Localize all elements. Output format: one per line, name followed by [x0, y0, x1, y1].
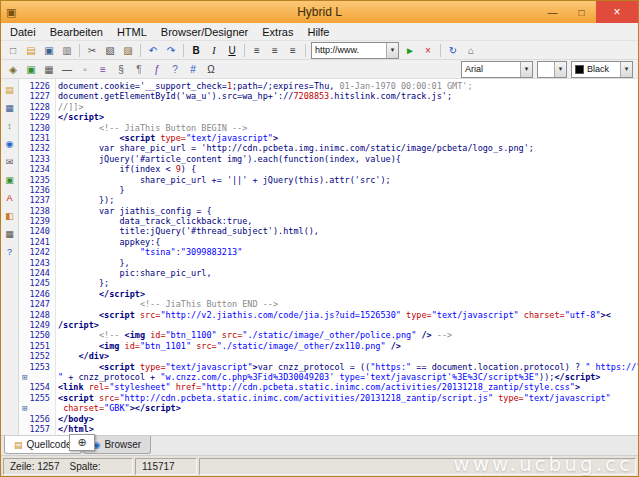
code-line[interactable]: </script> [58, 112, 638, 122]
code-line[interactable]: var jiathis_config = { [58, 206, 638, 216]
line-number: 1246 [19, 289, 55, 299]
code-line[interactable]: </html> [58, 424, 638, 434]
stop-button[interactable]: × [419, 42, 437, 59]
script-icon[interactable]: ƒ [148, 61, 166, 78]
color-picker-icon[interactable]: ◧ [2, 208, 18, 223]
refresh-icon[interactable]: ↻ [444, 42, 462, 59]
code-line[interactable]: } [58, 185, 638, 195]
form-icon[interactable]: ▫ [76, 61, 94, 78]
table-insert-icon[interactable]: ▦ [2, 226, 18, 241]
code-line[interactable]: var share_pic_url = 'http://cdn.pcbeta.i… [58, 143, 638, 153]
project-panel-icon[interactable]: ▤ [2, 82, 18, 97]
chevron-down-icon[interactable]: ▾ [620, 62, 632, 77]
print-icon[interactable]: ▥ [58, 42, 76, 59]
chevron-down-icon[interactable]: ▾ [554, 62, 566, 77]
undo-icon[interactable]: ↶ [144, 42, 162, 59]
code-line[interactable]: <script src="http://v2.jiathis.com/code/… [58, 310, 638, 320]
code-line[interactable]: }); [58, 195, 638, 205]
php-icon[interactable]: ? [166, 61, 184, 78]
code-line[interactable]: share_pic_url += '||' + jQuery(this).att… [58, 175, 638, 185]
align-right-icon[interactable]: ≡ [284, 42, 302, 59]
code-line[interactable]: <!-- <img id="btn_1100" src="./static/im… [58, 330, 638, 340]
comment-icon[interactable]: ¶ [130, 61, 148, 78]
line-number: 1235 [19, 175, 55, 185]
new-file-icon[interactable]: □ [4, 42, 22, 59]
url-combo[interactable]: http://www.▾ [311, 42, 399, 59]
code-line[interactable]: pic:share_pic_url, [58, 268, 638, 278]
code-line[interactable]: <link rel="stylesheet" href="http://cdn.… [58, 382, 638, 392]
paste-icon[interactable]: ▨ [119, 42, 137, 59]
code-line[interactable]: " + cnzz_protocol + "w.cnzz.com/c.php%3F… [58, 372, 638, 382]
menu-item-hilfe[interactable]: Hilfe [300, 25, 336, 39]
line-number: 1249 [19, 320, 55, 330]
chevron-down-icon[interactable]: ▾ [520, 62, 532, 77]
copy-icon[interactable]: ▧ [101, 42, 119, 59]
font-combo[interactable]: Arial▾ [461, 61, 533, 78]
home-icon[interactable]: ⌂ [462, 42, 480, 59]
css-icon[interactable]: # [184, 61, 202, 78]
maximize-button[interactable]: □ [567, 1, 596, 23]
link-icon[interactable]: ◈ [4, 61, 22, 78]
code-line[interactable]: </div> [58, 351, 638, 361]
code-line[interactable]: appkey:{ [58, 237, 638, 247]
file-browser-icon[interactable]: ▦ [2, 100, 18, 115]
code-line[interactable]: </script> [58, 289, 638, 299]
title-bar[interactable]: ▣ Hybrid L — □ × [1, 1, 638, 23]
menu-item-bearbeiten[interactable]: Bearbeiten [43, 25, 110, 39]
close-button[interactable]: × [596, 1, 638, 23]
minimize-button[interactable]: — [538, 1, 567, 23]
code-line[interactable]: //]]> [58, 102, 638, 112]
code-line[interactable]: <script type="text/javascript">var cnzz_… [58, 362, 638, 372]
code-line[interactable]: <!-- JiaThis Button END --> [58, 299, 638, 309]
anchor-icon[interactable]: § [112, 61, 130, 78]
code-line[interactable]: }, [58, 258, 638, 268]
code-line[interactable]: </body> [58, 414, 638, 424]
menu-item-extras[interactable]: Extras [255, 25, 300, 39]
line-number: 1230 [19, 123, 55, 133]
code-line[interactable]: data_track_clickback:true, [58, 216, 638, 226]
menu-item-datei[interactable]: Datei [3, 25, 43, 39]
bold-button[interactable]: B [187, 42, 205, 59]
code-line[interactable]: document.cookie='__support_check=1;path=… [58, 81, 638, 91]
redo-icon[interactable]: ↷ [162, 42, 180, 59]
font-size-combo[interactable]: ▾ [537, 61, 567, 78]
mail-icon[interactable]: ✉ [2, 154, 18, 169]
code-editor[interactable]: 1226122712281229123012311232123312341235… [19, 79, 638, 435]
code-line[interactable]: }; [58, 278, 638, 288]
code-line[interactable]: <!-- JiaThis Button BEGIN --> [58, 123, 638, 133]
code-line[interactable]: "tsina":"3099883213" [58, 247, 638, 257]
color-combo[interactable]: Black▾ [571, 61, 633, 78]
code-area[interactable]: document.cookie='__support_check=1;path=… [56, 79, 638, 435]
code-line[interactable]: <script src="http://cdn.pcbeta.static.in… [58, 393, 638, 403]
go-button[interactable]: ► [401, 42, 419, 59]
image-insert-icon[interactable]: ▣ [2, 172, 18, 187]
hr-icon[interactable]: — [58, 61, 76, 78]
globe-icon[interactable]: ◉ [2, 136, 18, 151]
underline-button[interactable]: U [223, 42, 241, 59]
code-line[interactable]: title:jQuery('#thread_subject').html(), [58, 226, 638, 236]
line-number: 1231 [19, 133, 55, 143]
code-line[interactable]: if(index < 9) { [58, 164, 638, 174]
help-icon[interactable]: ? [2, 244, 18, 259]
font-icon[interactable]: A [2, 190, 18, 205]
code-line[interactable]: jQuery('#article_content img').each(func… [58, 154, 638, 164]
image-icon[interactable]: ▣ [22, 61, 40, 78]
code-line[interactable]: <img id="btn_1101" src="./static/image/_… [58, 341, 638, 351]
italic-button[interactable]: I [205, 42, 223, 59]
code-line[interactable]: charset="GBK"></script> [58, 403, 638, 413]
code-line[interactable]: <script type="text/javascript"> [58, 133, 638, 143]
chevron-down-icon[interactable]: ▾ [386, 43, 398, 58]
table-icon[interactable]: ▦ [40, 61, 58, 78]
ftp-icon[interactable]: ↕ [2, 118, 18, 133]
save-icon[interactable]: ▣ [40, 42, 58, 59]
align-center-icon[interactable]: ≡ [266, 42, 284, 59]
open-folder-icon[interactable]: ▤ [22, 42, 40, 59]
code-line[interactable]: document.getElementById('wa_u').src=wa_h… [58, 91, 638, 101]
special-char-icon[interactable]: Ω [202, 61, 220, 78]
menu-item-html[interactable]: HTML [110, 25, 154, 39]
cut-icon[interactable]: ✂ [83, 42, 101, 59]
list-icon[interactable]: ≡ [94, 61, 112, 78]
code-line[interactable]: /script> [58, 320, 638, 330]
menu-item-browser-designer[interactable]: Browser/Designer [154, 25, 255, 39]
align-left-icon[interactable]: ≡ [248, 42, 266, 59]
